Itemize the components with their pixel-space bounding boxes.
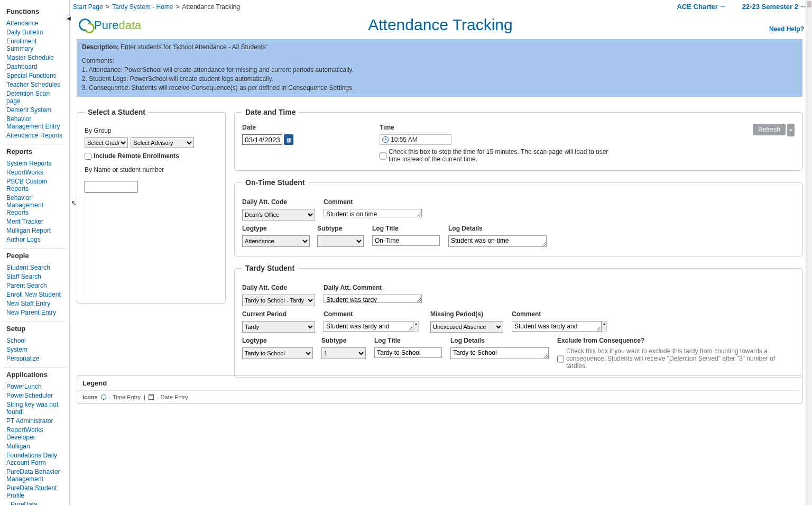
tardy-logtype-select[interactable]: Tardy to School	[242, 347, 313, 359]
current-period-select[interactable]: Tardy	[242, 321, 315, 333]
sidebar-list-people: Student Search Staff Search Parent Searc…	[3, 262, 66, 322]
sidebar-item-master-schedule[interactable]: Master Schedule	[6, 54, 54, 61]
tardy-subtype-label: Subtype	[321, 337, 368, 344]
sidebar-item-reportworks-dev[interactable]: ReportWorks Developer	[6, 426, 43, 441]
sidebar-item-system[interactable]: System	[6, 346, 27, 353]
sidebar-item-foundations-daily[interactable]: Foundations Daily Account Form	[6, 452, 57, 466]
sidebar-item-personalize[interactable]: Personalize	[6, 355, 40, 362]
sidebar-item-school[interactable]: School	[6, 337, 26, 344]
refresh-button[interactable]: Refresh	[753, 124, 786, 135]
sidebar-list-setup: School System Personalize	[3, 335, 66, 368]
sidebar-list-applications: PowerLunch PowerScheduler String key was…	[3, 381, 66, 505]
sidebar-item-merit-tracker[interactable]: Merit Tracker	[6, 218, 43, 225]
missing-comment-input[interactable]: Student was tardy and entered the buildi…	[512, 321, 602, 332]
select-student-legend: Select a Student	[85, 108, 149, 116]
sidebar-item-missing-string-key[interactable]: String key was not found!	[6, 401, 58, 416]
sidebar-item-daily-bulletin[interactable]: Daily Bulletin	[6, 29, 43, 36]
sidebar-item-special-functions[interactable]: Special Functions	[6, 72, 57, 79]
main-content: Select a Student By Group Select Grade S…	[77, 108, 802, 378]
clock-icon	[101, 394, 106, 400]
sidebar-item-new-parent-entry[interactable]: New Parent Entry	[6, 309, 56, 316]
current-period-label: Current Period	[242, 310, 317, 318]
advisory-select[interactable]: Select Advisory	[131, 137, 194, 148]
breadcrumb-tardy-home[interactable]: Tardy System - Home	[112, 3, 173, 11]
grade-select[interactable]: Select Grade	[85, 137, 128, 148]
tardy-comment-input[interactable]: Student was tardy and entered the buildi…	[324, 321, 413, 332]
sidebar-item-pt-admin[interactable]: PT Administrator	[6, 417, 53, 425]
missing-period-select[interactable]: Unexcused Absence	[430, 321, 503, 333]
tardy-log-details-input[interactable]: Tardy to School	[450, 347, 549, 359]
breadcrumb-start-page[interactable]: Start Page	[73, 3, 103, 11]
calendar-icon[interactable]: ▦	[284, 134, 293, 145]
sidebar-item-puredata-student-profile[interactable]: PureData Student Profile	[6, 484, 57, 499]
sidebar-header-setup: Setup	[0, 322, 69, 335]
scroll-up-icon[interactable]: ▴	[413, 321, 419, 332]
missing-comment-label: Comment	[512, 310, 612, 318]
legend-date-entry: - Date Entry	[157, 394, 188, 400]
sidebar-item-pscb[interactable]: PSCB Custom Reports	[6, 178, 47, 192]
on-time-comment-input[interactable]: Student is on time	[324, 209, 422, 217]
sidebar-item-behavior-reports[interactable]: Behavior Management Reports	[6, 194, 43, 216]
include-remote-checkbox[interactable]	[85, 153, 91, 160]
stop-time-checkbox[interactable]	[380, 149, 386, 163]
on-time-panel: On-Time Student Daily Att. Code Dean's O…	[234, 178, 802, 256]
scrollbar-thumb[interactable]	[807, 1, 811, 7]
need-help-link[interactable]: Need Help?	[769, 25, 804, 33]
on-time-log-details-input[interactable]: Student was on-time	[448, 235, 547, 247]
sidebar-item-teacher-schedules[interactable]: Teacher Schedules	[6, 81, 60, 88]
sidebar-header-people: People	[0, 249, 69, 262]
sidebar-item-puredata-attendance-scan[interactable]: PureData Attendance Scan Plugin	[11, 501, 59, 506]
comment-line-3: 3. Consequence: Students will receive Co…	[82, 84, 797, 91]
sidebar-item-attendance[interactable]: Attendance	[6, 20, 39, 27]
sidebar-item-staff-search[interactable]: Staff Search	[6, 273, 41, 280]
sidebar-item-puredata-behavior[interactable]: PureData Behavior Management	[6, 468, 60, 483]
vertical-scrollbar[interactable]	[806, 0, 812, 505]
tardy-att-code-select[interactable]: Tardy to School - Tardy	[242, 295, 315, 306]
sidebar-item-reportworks[interactable]: ReportWorks	[6, 169, 43, 176]
sidebar-header-functions: Functions	[0, 4, 69, 17]
term-selector[interactable]: 22-23 Semester 2﹀	[742, 3, 807, 12]
sidebar-item-mulligan[interactable]: Mulligan	[6, 443, 30, 450]
sidebar-collapse-handle[interactable]: ◀	[67, 15, 71, 21]
sidebar-item-student-search[interactable]: Student Search	[6, 264, 50, 271]
on-time-logtype-select[interactable]: Attendance	[242, 235, 310, 247]
sidebar-item-dashboard[interactable]: Dashboard	[6, 63, 38, 70]
time-label: Time	[380, 124, 732, 131]
description-label: Description:	[82, 43, 119, 51]
on-time-att-code-select[interactable]: Dean's Office	[242, 209, 315, 221]
sidebar-item-powerlunch[interactable]: PowerLunch	[6, 383, 42, 390]
sidebar-item-demerit-system[interactable]: Demerit System	[6, 106, 51, 114]
sidebar-item-detention-scan[interactable]: Detention Scan page	[6, 90, 50, 105]
sidebar-item-system-reports[interactable]: System Reports	[6, 160, 51, 167]
student-search-input[interactable]	[85, 181, 137, 192]
time-display[interactable]: 10:55 AM	[380, 134, 451, 145]
sidebar-item-powerscheduler[interactable]: PowerScheduler	[6, 392, 53, 399]
sidebar-item-attendance-reports[interactable]: Attendance Reports	[6, 132, 62, 139]
tardy-subtype-select[interactable]: 1	[321, 347, 366, 359]
sidebar-header-reports: Reports	[0, 144, 69, 158]
tardy-daily-comment-input[interactable]: Student was tardy	[324, 295, 422, 303]
school-selector[interactable]: ACE Charter﹀	[677, 3, 726, 12]
sidebar-item-enroll-new-student[interactable]: Enroll New Student	[6, 291, 61, 298]
comment-label: Comment	[324, 198, 422, 206]
sidebar-item-new-staff-entry[interactable]: New Staff Entry	[6, 300, 50, 307]
on-time-subtype-select[interactable]	[317, 235, 364, 247]
refresh-dropdown[interactable]: ▾	[787, 124, 795, 136]
missing-period-label: Missing Period(s)	[430, 310, 505, 318]
date-input[interactable]	[242, 134, 282, 145]
exclude-consequence-checkbox[interactable]	[557, 348, 564, 370]
date-time-legend: Date and Time	[242, 108, 299, 116]
sidebar-item-enrollment-summary[interactable]: Enrollment Summary	[6, 38, 36, 52]
sidebar-item-author-logs[interactable]: Author Logs	[6, 236, 41, 243]
sidebar-item-behavior-entry[interactable]: Behavior Management Entry	[6, 115, 60, 130]
scroll-up-icon[interactable]: ▴	[602, 321, 607, 332]
exclude-description: Check this box if you want to exclude th…	[566, 347, 795, 370]
breadcrumb-current: Attendance Tracking	[182, 3, 240, 11]
page-title: Attendance Tracking	[368, 16, 513, 34]
sidebar-item-parent-search[interactable]: Parent Search	[6, 282, 47, 289]
on-time-legend: On-Time Student	[242, 178, 308, 187]
tardy-log-title-input[interactable]	[374, 347, 442, 358]
description-text: Enter students for 'School Attendance - …	[121, 43, 267, 51]
sidebar-item-mulligan-report[interactable]: Mulligan Report	[6, 227, 51, 234]
on-time-log-title-input[interactable]	[372, 235, 440, 246]
